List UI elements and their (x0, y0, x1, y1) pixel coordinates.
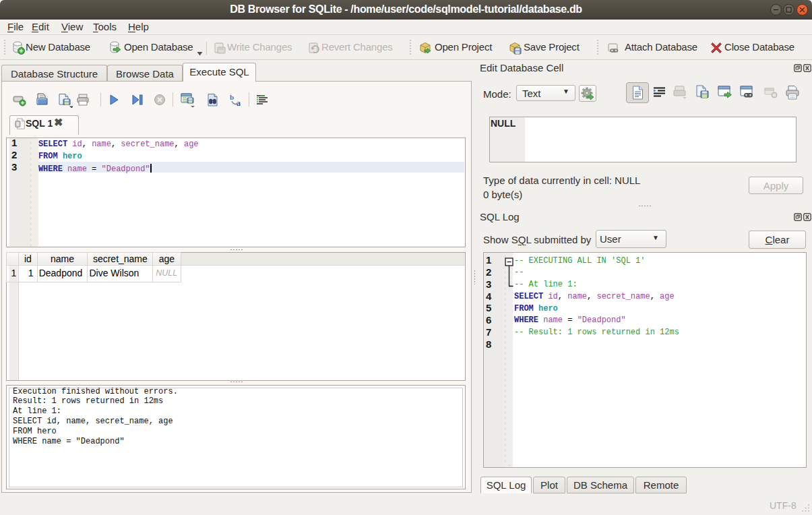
svg-text:a: a (237, 98, 241, 107)
svg-text:b: b (230, 94, 234, 101)
